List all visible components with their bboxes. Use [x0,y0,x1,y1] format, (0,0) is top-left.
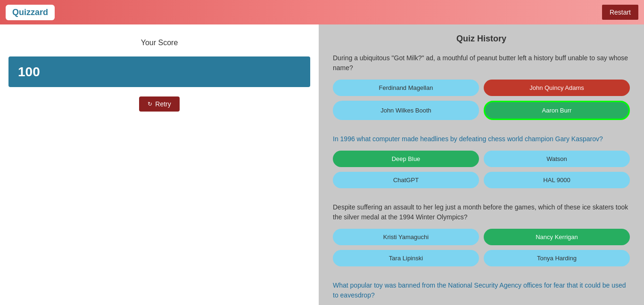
answer-btn[interactable]: John Wilkes Booth [333,101,479,120]
question-text-1: During a ubiquitous "Got Milk?" ad, a mo… [333,53,630,73]
answer-btn[interactable]: Nancy Kerrigan [484,229,630,245]
restart-button[interactable]: Restart [602,5,638,20]
retry-button[interactable]: ↻ Retry [139,96,179,112]
answer-btn[interactable]: Tonya Harding [484,250,630,266]
score-title: Your Score [141,39,178,47]
retry-label: Retry [155,100,171,108]
score-value: 100 [18,64,40,80]
question-text-3: Despite suffering an assault to her leg … [333,202,630,222]
answer-btn[interactable]: ChatGPT [333,172,479,188]
app-logo: Quizzard [6,5,55,20]
main-layout: Your Score 100 ↻ Retry Quiz History Duri… [0,24,644,305]
score-panel: Your Score 100 ↻ Retry [0,24,319,305]
question-block-1: During a ubiquitous "Got Milk?" ad, a mo… [333,53,630,120]
question-text-4: What popular toy was banned from the Nat… [333,281,630,300]
score-bar: 100 [8,56,310,87]
answer-btn[interactable]: Ferdinand Magellan [333,80,479,96]
answers-grid-3: Kristi Yamaguchi Nancy Kerrigan Tara Lip… [333,229,630,266]
question-block-3: Despite suffering an assault to her leg … [333,202,630,266]
answer-btn[interactable]: Watson [484,151,630,167]
answer-btn[interactable]: Aaron Burr [484,101,630,120]
quiz-history-title: Quiz History [333,34,630,44]
answer-btn[interactable]: Deep Blue [333,151,479,167]
app-header: Quizzard Restart [0,0,644,24]
question-block-4: What popular toy was banned from the Nat… [333,281,630,300]
answers-grid-2: Deep Blue Watson ChatGPT HAL 9000 [333,151,630,188]
quiz-history-panel[interactable]: Quiz History During a ubiquitous "Got Mi… [319,24,644,305]
retry-icon: ↻ [148,101,152,107]
question-block-2: In 1996 what computer made headlines by … [333,134,630,188]
answer-btn[interactable]: HAL 9000 [484,172,630,188]
answer-btn[interactable]: John Quincy Adams [484,80,630,96]
answer-btn[interactable]: Kristi Yamaguchi [333,229,479,245]
answers-grid-1: Ferdinand Magellan John Quincy Adams Joh… [333,80,630,120]
answer-btn[interactable]: Tara Lipinski [333,250,479,266]
question-text-2: In 1996 what computer made headlines by … [333,134,630,144]
